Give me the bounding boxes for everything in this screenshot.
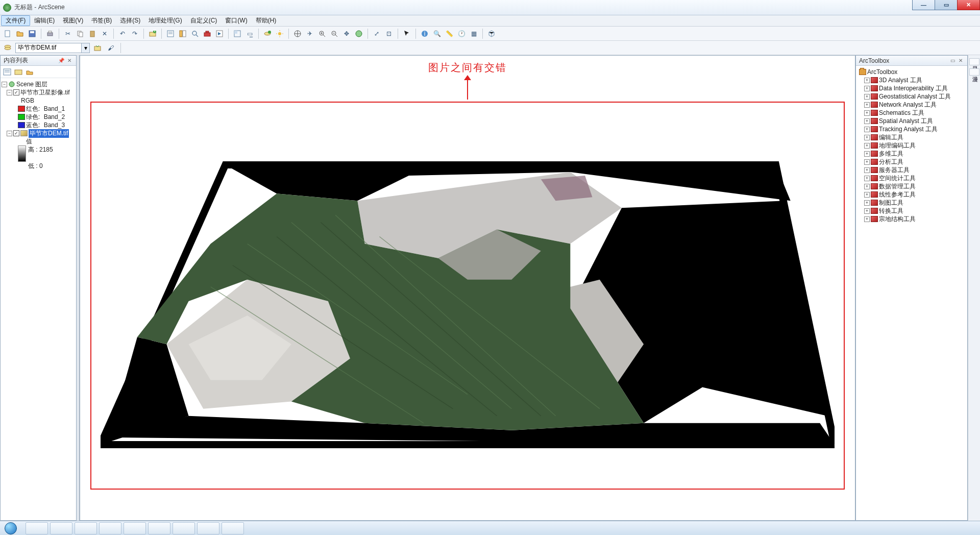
paste-button[interactable] (87, 28, 98, 39)
expander-icon[interactable]: + (864, 143, 870, 149)
util-tab-catalog[interactable]: 目录 (969, 58, 979, 65)
taskbar-pin[interactable] (75, 522, 97, 534)
toolbox-button[interactable] (202, 28, 213, 39)
arctoolbox-item[interactable]: +Data Interoperability 工具 (857, 84, 966, 92)
full-extent-button[interactable] (353, 28, 364, 39)
arctoolbox-item[interactable]: +Geostatistical Analyst 工具 (857, 92, 966, 101)
expander-icon[interactable]: + (864, 159, 870, 165)
start-button[interactable] (0, 521, 21, 536)
toc-tree[interactable]: − Scene 图层 − ✓ 毕节市卫星影像.tif RGB 红色: Band_… (1, 78, 76, 520)
taskbar-pin[interactable] (26, 522, 48, 534)
menu-file[interactable]: 文件(F) (1, 15, 30, 26)
field-button[interactable]: ⊡ (383, 28, 395, 39)
arctoolbox-item[interactable]: +3D Analyst 工具 (857, 76, 966, 84)
redo-button[interactable]: ↷ (129, 28, 140, 39)
toc-button[interactable] (165, 28, 176, 39)
arctoolbox-tree[interactable]: ArcToolbox +3D Analyst 工具+Data Interoper… (856, 66, 967, 520)
taskbar-pin[interactable] (197, 522, 219, 534)
copy-button[interactable] (75, 28, 86, 39)
expander-icon[interactable]: + (864, 127, 870, 132)
taskbar-pin[interactable] (148, 522, 170, 534)
identify-button[interactable]: i (419, 28, 430, 39)
expander-icon[interactable]: − (7, 90, 12, 95)
arctoolbox-item[interactable]: +编辑工具 (857, 133, 966, 141)
minimize-button[interactable]: — (912, 0, 935, 10)
expander-icon[interactable]: + (864, 102, 870, 108)
subwindow-button[interactable] (232, 28, 243, 39)
close-button[interactable]: ✕ (957, 0, 980, 10)
expander-icon[interactable]: + (864, 86, 870, 91)
center-button[interactable]: ✥ (341, 28, 352, 39)
taskbar-pin[interactable] (222, 522, 244, 534)
expander-icon[interactable]: − (2, 82, 7, 87)
menu-window[interactable]: 窗口(W) (221, 15, 251, 26)
menu-selection[interactable]: 选择(S) (116, 15, 144, 26)
search-button[interactable] (189, 28, 201, 39)
taskbar-pin[interactable] (124, 522, 146, 534)
arctoolbox-item[interactable]: +分析工具 (857, 158, 966, 166)
expander-icon[interactable]: + (864, 135, 870, 140)
checkbox-icon[interactable]: ✓ (13, 130, 19, 136)
fly-button[interactable]: ✈ (304, 28, 315, 39)
util-tab-roam[interactable]: 漫游 (969, 68, 979, 76)
scene-viewport[interactable]: 图片之间有交错 (80, 55, 855, 521)
maximize-button[interactable]: ▭ (935, 0, 958, 10)
source-button[interactable] (92, 42, 103, 54)
animation-button[interactable]: ▦ (468, 28, 479, 39)
layer-combo[interactable]: 毕节市DEM.tif (15, 43, 82, 53)
toc-pin-icon[interactable]: 📌 (58, 57, 65, 64)
expander-icon[interactable]: + (864, 192, 870, 198)
toc-list-by-source-icon[interactable] (14, 67, 23, 77)
measure-button[interactable]: 📏 (444, 28, 455, 39)
arctoolbox-item[interactable]: +转换工具 (857, 207, 966, 215)
expander-icon[interactable]: − (7, 131, 12, 136)
arctoolbox-item[interactable]: +多维工具 (857, 150, 966, 158)
expander-icon[interactable]: + (864, 151, 870, 157)
cube-button[interactable] (486, 28, 497, 39)
arctoolbox-item[interactable]: +Spatial Analyst 工具 (857, 117, 966, 125)
add-layer-button[interactable] (262, 28, 273, 39)
arctoolbox-item[interactable]: +Schematics 工具 (857, 109, 966, 117)
arctoolbox-root-row[interactable]: ArcToolbox (857, 68, 966, 76)
menu-customize[interactable]: 自定义(C) (186, 15, 222, 26)
arctoolbox-item[interactable]: +线性参考工具 (857, 190, 966, 199)
expander-icon[interactable]: + (864, 176, 870, 181)
expander-icon[interactable]: + (864, 216, 870, 222)
toc-list-by-selection-icon[interactable] (25, 67, 34, 77)
toc-layer2-row[interactable]: − ✓ 毕节市DEM.tif (2, 129, 75, 137)
arctoolbox-close-icon[interactable]: ✕ (957, 57, 964, 64)
menu-geoprocessing[interactable]: 地理处理(G) (144, 15, 186, 26)
brush-button[interactable]: 🖌 (105, 42, 116, 54)
expand-button[interactable]: ⤢ (371, 28, 382, 39)
python-button[interactable]: ▸ (214, 28, 225, 39)
toc-root-row[interactable]: − Scene 图层 (2, 80, 75, 88)
time-button[interactable]: 🕐 (456, 28, 467, 39)
zoom-out-button[interactable] (329, 28, 340, 39)
expander-icon[interactable]: + (864, 167, 870, 173)
catalog-button[interactable] (177, 28, 188, 39)
arctoolbox-item[interactable]: +空间统计工具 (857, 174, 966, 182)
toc-layer1-row[interactable]: − ✓ 毕节市卫星影像.tif (2, 88, 75, 96)
arctoolbox-item[interactable]: +宗地结构工具 (857, 215, 966, 223)
open-button[interactable] (14, 28, 26, 39)
menu-help[interactable]: 帮助(H) (252, 15, 281, 26)
taskbar-pin[interactable] (99, 522, 121, 534)
expander-icon[interactable]: + (864, 118, 870, 124)
taskbar-pin[interactable] (173, 522, 195, 534)
select-button[interactable] (401, 28, 412, 39)
arctoolbox-item[interactable]: +Network Analyst 工具 (857, 101, 966, 109)
menu-edit[interactable]: 编辑(E) (30, 15, 59, 26)
expander-icon[interactable]: + (864, 78, 870, 83)
cut-button[interactable]: ✂ (62, 28, 74, 39)
expander-icon[interactable]: + (864, 200, 870, 206)
taskbar-pin[interactable] (50, 522, 72, 534)
new-button[interactable] (2, 28, 13, 39)
expander-icon[interactable]: + (864, 184, 870, 189)
arctoolbox-item[interactable]: +服务器工具 (857, 166, 966, 174)
arctoolbox-item[interactable]: +数据管理工具 (857, 182, 966, 190)
toc-list-by-drawing-icon[interactable] (3, 67, 12, 77)
expander-icon[interactable]: + (864, 110, 870, 116)
nav-button[interactable] (292, 28, 303, 39)
print-button[interactable] (44, 28, 56, 39)
delete-button[interactable]: ✕ (99, 28, 110, 39)
